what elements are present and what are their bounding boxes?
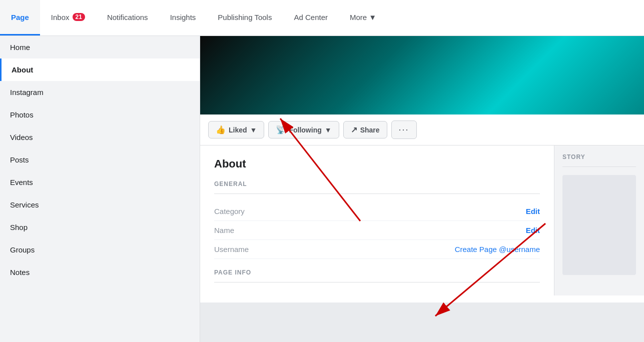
name-label: Name <box>214 226 234 234</box>
bell-icon: 📡 <box>276 125 286 134</box>
tab-ad-center[interactable]: Ad Center <box>283 0 339 36</box>
sidebar-item-events[interactable]: Events <box>0 171 200 194</box>
following-chevron-icon: ▼ <box>325 126 332 134</box>
main-content: 👍 Liked ▼ 📡 Following ▼ ↗ Share ··· <box>200 36 644 302</box>
name-edit-link[interactable]: Edit <box>526 226 540 234</box>
tab-publishing-tools[interactable]: Publishing Tools <box>207 0 283 36</box>
general-section-label: GENERAL <box>214 180 540 188</box>
share-button[interactable]: ↗ Share <box>343 121 387 138</box>
sidebar-item-videos[interactable]: Videos <box>0 126 200 148</box>
about-section: About GENERAL Category Edit Name Edit Us… <box>200 146 554 302</box>
sidebar-item-photos[interactable]: Photos <box>0 104 200 126</box>
sidebar-item-services[interactable]: Services <box>0 194 200 216</box>
story-divider <box>562 166 636 167</box>
story-placeholder <box>562 175 636 275</box>
sidebar-item-about[interactable]: About <box>0 58 200 81</box>
tab-inbox[interactable]: Inbox 21 <box>40 0 96 36</box>
main-content-wrapper: 👍 Liked ▼ 📡 Following ▼ ↗ Share ··· <box>200 36 644 342</box>
category-label: Category <box>214 207 245 216</box>
tab-more[interactable]: More ▼ <box>339 0 387 36</box>
sidebar-item-shop[interactable]: Shop <box>0 216 200 238</box>
page-layout: Home About Instagram Photos Videos Posts… <box>0 36 644 342</box>
liked-chevron-icon: ▼ <box>250 126 257 134</box>
name-row: Name Edit <box>214 221 540 240</box>
top-navigation: Page Inbox 21 Notifications Insights Pub… <box>0 0 644 36</box>
following-button[interactable]: 📡 Following ▼ <box>268 121 339 138</box>
create-username-link[interactable]: Create Page @username <box>455 245 540 254</box>
more-options-button[interactable]: ··· <box>391 120 417 139</box>
story-section-label: STORY <box>562 154 636 160</box>
tab-notifications[interactable]: Notifications <box>96 0 159 36</box>
sidebar: Home About Instagram Photos Videos Posts… <box>0 36 200 342</box>
page-info-section-label: PAGE INFO <box>214 269 540 276</box>
sidebar-item-posts[interactable]: Posts <box>0 148 200 171</box>
about-heading: About <box>214 158 540 170</box>
sidebar-item-notes[interactable]: Notes <box>0 261 200 284</box>
thumbs-up-icon: 👍 <box>216 125 226 134</box>
tab-page[interactable]: Page <box>0 0 40 36</box>
username-label: Username <box>214 245 249 254</box>
liked-button[interactable]: 👍 Liked ▼ <box>208 121 264 138</box>
category-edit-link[interactable]: Edit <box>526 207 540 216</box>
inbox-badge: 21 <box>73 13 85 21</box>
action-bar: 👍 Liked ▼ 📡 Following ▼ ↗ Share ··· <box>200 114 644 146</box>
sidebar-item-instagram[interactable]: Instagram <box>0 81 200 104</box>
username-row: Username Create Page @username <box>214 240 540 259</box>
sidebar-item-groups[interactable]: Groups <box>0 238 200 261</box>
story-panel: STORY <box>554 146 644 296</box>
tab-insights[interactable]: Insights <box>159 0 207 36</box>
general-divider <box>214 194 540 194</box>
page-info-divider <box>214 282 540 282</box>
sidebar-item-home[interactable]: Home <box>0 36 200 58</box>
share-icon: ↗ <box>351 125 357 134</box>
cover-photo <box>200 36 644 114</box>
category-row: Category Edit <box>214 202 540 221</box>
